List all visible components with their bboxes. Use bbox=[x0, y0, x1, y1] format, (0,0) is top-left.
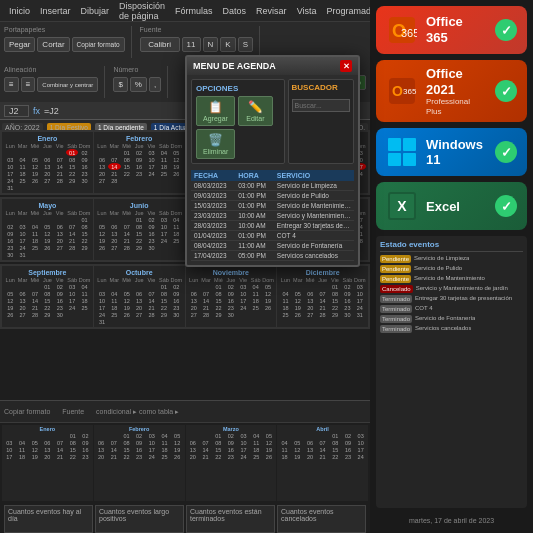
day-09[interactable]: 09 bbox=[4, 230, 16, 237]
day-21[interactable]: 21 bbox=[316, 453, 329, 460]
day-20[interactable]: 20 bbox=[95, 453, 108, 460]
day-19[interactable]: 19 bbox=[28, 453, 41, 460]
day-24[interactable]: 24 bbox=[237, 453, 250, 460]
day-01[interactable]: 01 bbox=[329, 283, 341, 290]
day-12[interactable]: 12 bbox=[41, 230, 53, 237]
day-23[interactable]: 23 bbox=[341, 304, 353, 311]
day-12[interactable]: 12 bbox=[29, 163, 41, 170]
day-12[interactable]: 12 bbox=[263, 439, 276, 446]
day-20[interactable]: 20 bbox=[54, 237, 66, 244]
day-06[interactable]: 06 bbox=[187, 439, 200, 446]
day-28[interactable]: 28 bbox=[29, 311, 41, 318]
day-07[interactable]: 07 bbox=[29, 290, 41, 297]
day-23[interactable]: 23 bbox=[133, 453, 146, 460]
day-20[interactable]: 20 bbox=[16, 304, 28, 311]
day-17[interactable]: 17 bbox=[237, 446, 250, 453]
day-08[interactable]: 08 bbox=[158, 290, 170, 297]
day-12[interactable]: 12 bbox=[171, 439, 184, 446]
day-23[interactable]: 23 bbox=[4, 244, 16, 251]
menu-disposicion[interactable]: Disposición de página bbox=[114, 1, 170, 21]
day-07[interactable]: 07 bbox=[316, 290, 328, 297]
day-28[interactable]: 28 bbox=[200, 311, 212, 318]
day-11[interactable]: 11 bbox=[158, 156, 170, 163]
day-21[interactable]: 21 bbox=[145, 304, 157, 311]
day-21[interactable]: 21 bbox=[107, 453, 120, 460]
day-03[interactable]: 03 bbox=[354, 432, 367, 439]
day-09[interactable]: 09 bbox=[170, 290, 182, 297]
day-13[interactable]: 13 bbox=[108, 230, 120, 237]
day-01[interactable]: 01 bbox=[66, 432, 79, 439]
day-07[interactable]: 07 bbox=[199, 439, 212, 446]
day-13[interactable]: 13 bbox=[96, 163, 108, 170]
day-05[interactable]: 05 bbox=[41, 223, 53, 230]
day-29[interactable]: 29 bbox=[78, 244, 90, 251]
day-19[interactable]: 19 bbox=[4, 304, 16, 311]
day-18[interactable]: 18 bbox=[279, 304, 291, 311]
day-08[interactable]: 08 bbox=[121, 156, 133, 163]
day-29[interactable]: 29 bbox=[329, 311, 341, 318]
day-13[interactable]: 13 bbox=[304, 446, 317, 453]
day-16[interactable]: 16 bbox=[170, 297, 182, 304]
day-30[interactable]: 30 bbox=[225, 311, 237, 318]
day-05[interactable]: 05 bbox=[28, 439, 41, 446]
day-24[interactable]: 24 bbox=[354, 304, 366, 311]
day-24[interactable]: 24 bbox=[145, 453, 158, 460]
event-row-6[interactable]: 08/04/2023 11:00 AM Servicio de Fontaner… bbox=[191, 241, 354, 251]
day-24[interactable]: 24 bbox=[16, 244, 28, 251]
day-14[interactable]: 14 bbox=[199, 446, 212, 453]
event-row-4[interactable]: 28/03/2023 10:00 AM Entregar 30 tarjetas… bbox=[191, 221, 354, 231]
day-12[interactable]: 12 bbox=[262, 290, 274, 297]
day-10[interactable]: 10 bbox=[237, 439, 250, 446]
day-04[interactable]: 04 bbox=[78, 283, 90, 290]
day-16[interactable]: 16 bbox=[79, 446, 92, 453]
day-10[interactable]: 10 bbox=[3, 446, 16, 453]
day-14[interactable]: 14 bbox=[107, 446, 120, 453]
day-22[interactable]: 22 bbox=[158, 304, 170, 311]
day-24[interactable]: 24 bbox=[237, 304, 249, 311]
day-06[interactable]: 06 bbox=[96, 156, 108, 163]
merge-button[interactable]: Combinar y centrar bbox=[37, 77, 98, 92]
day-20[interactable]: 20 bbox=[108, 237, 120, 244]
day-07[interactable]: 07 bbox=[54, 439, 67, 446]
day-09[interactable]: 09 bbox=[342, 439, 355, 446]
day-11[interactable]: 11 bbox=[16, 446, 29, 453]
day-08[interactable]: 08 bbox=[78, 223, 90, 230]
day-16[interactable]: 16 bbox=[225, 297, 237, 304]
day-18[interactable]: 18 bbox=[29, 237, 41, 244]
day-18[interactable]: 18 bbox=[278, 453, 291, 460]
day-22[interactable]: 22 bbox=[120, 453, 133, 460]
day-16[interactable]: 16 bbox=[4, 237, 16, 244]
day-13[interactable]: 13 bbox=[41, 163, 53, 170]
day-28[interactable]: 28 bbox=[145, 311, 157, 318]
day-01[interactable]: 01 bbox=[78, 216, 90, 223]
day-09[interactable]: 09 bbox=[225, 290, 237, 297]
day-25[interactable]: 25 bbox=[158, 170, 170, 177]
day-31[interactable]: 31 bbox=[354, 311, 366, 318]
day-22[interactable]: 22 bbox=[66, 453, 79, 460]
day-17[interactable]: 17 bbox=[354, 446, 367, 453]
day-23[interactable]: 23 bbox=[225, 453, 238, 460]
day-08[interactable]: 08 bbox=[329, 290, 341, 297]
day-10[interactable]: 10 bbox=[16, 230, 28, 237]
day-04[interactable]: 04 bbox=[158, 149, 170, 156]
day-22[interactable]: 22 bbox=[329, 453, 342, 460]
day-16[interactable]: 16 bbox=[78, 163, 90, 170]
day-31[interactable]: 31 bbox=[16, 251, 28, 258]
day-17[interactable]: 17 bbox=[158, 230, 170, 237]
day-07[interactable]: 07 bbox=[145, 290, 157, 297]
day-12[interactable]: 12 bbox=[170, 156, 182, 163]
day-16[interactable]: 16 bbox=[133, 163, 145, 170]
eliminar-button[interactable]: 🗑️ Eliminar bbox=[196, 129, 235, 159]
day-22[interactable]: 22 bbox=[212, 453, 225, 460]
day-04[interactable]: 04 bbox=[250, 432, 263, 439]
day-20[interactable]: 20 bbox=[133, 304, 145, 311]
day-26[interactable]: 26 bbox=[292, 311, 304, 318]
day-18[interactable]: 18 bbox=[16, 453, 29, 460]
event-row-5[interactable]: 01/04/2023 01:00 PM COT 4 bbox=[191, 231, 354, 241]
day-23[interactable]: 23 bbox=[79, 453, 92, 460]
day-20[interactable]: 20 bbox=[188, 304, 200, 311]
day-08[interactable]: 08 bbox=[133, 223, 145, 230]
day-16[interactable]: 16 bbox=[341, 297, 353, 304]
day-04[interactable]: 04 bbox=[16, 156, 28, 163]
event-row-1[interactable]: 09/03/2023 01:00 PM Servicio de Pulido bbox=[191, 191, 354, 201]
